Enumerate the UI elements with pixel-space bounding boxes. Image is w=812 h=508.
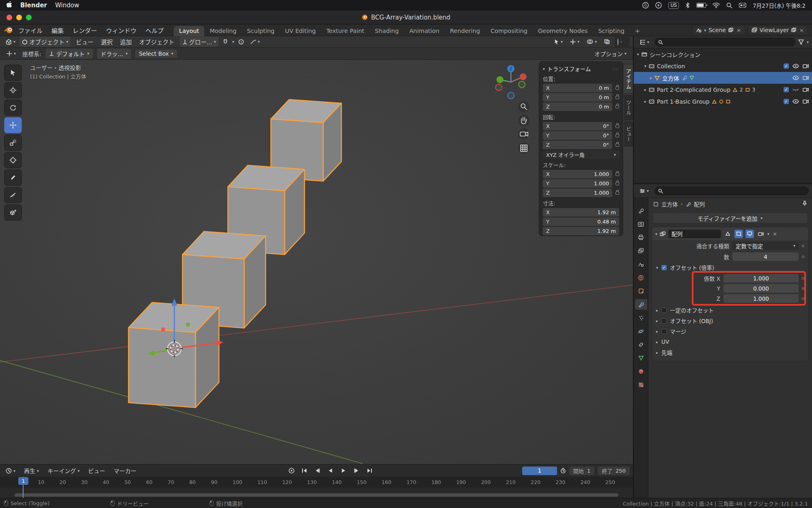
remove-viewlayer-button[interactable]: ×	[799, 27, 805, 33]
toggle-show-editmode[interactable]	[734, 230, 743, 238]
control-center-icon[interactable]	[739, 3, 746, 8]
tab-output[interactable]	[635, 232, 647, 243]
snap-dropdown[interactable]: ▾	[232, 39, 234, 44]
lock-icon[interactable]	[615, 125, 619, 128]
animate-dot[interactable]	[802, 245, 804, 247]
section-caps[interactable]: ▸ 先端	[652, 347, 808, 358]
delete-modifier-button[interactable]: ×	[772, 231, 778, 237]
lock-icon[interactable]	[615, 87, 619, 90]
outliner-row-part2[interactable]: ▸ Part 2-Complicated Group 2 3 ✓	[634, 84, 812, 96]
camera-icon[interactable]	[803, 99, 809, 104]
lock-icon[interactable]	[615, 182, 619, 185]
close-window-button[interactable]	[6, 15, 12, 20]
breadcrumb-object[interactable]: 立方体	[661, 200, 678, 208]
active-tool-dropdown[interactable]: ▾	[4, 50, 18, 57]
timeline-scrollbar[interactable]	[15, 493, 618, 497]
exclude-checkbox[interactable]: ✓	[784, 87, 789, 92]
tab-texture[interactable]	[635, 380, 647, 390]
tab-material[interactable]	[635, 366, 647, 377]
animate-dot[interactable]	[802, 277, 804, 280]
outliner-filter-dropdown[interactable]: ▾	[807, 40, 809, 44]
toggle-cage-edit[interactable]	[723, 230, 732, 238]
lock-icon[interactable]	[615, 191, 619, 195]
menubar-datetime[interactable]: 7月27日(水) 午後8:2	[753, 1, 806, 9]
tab-render[interactable]	[635, 219, 647, 229]
gizmo-x-arrow[interactable]	[216, 340, 223, 346]
shading-rendered-button[interactable]	[626, 41, 628, 43]
input-source-badge[interactable]: US	[668, 2, 679, 9]
pan-view-button[interactable]	[518, 115, 529, 126]
viewport-menu-item[interactable]: ビュー	[72, 37, 97, 47]
rotation-mode-dropdown[interactable]: XYZ オイラー角▾	[543, 150, 619, 159]
scale-x-field[interactable]: X1.000	[543, 170, 612, 178]
tab-view-layer[interactable]	[635, 245, 647, 256]
scale-z-field[interactable]: Z1.000	[543, 189, 612, 197]
gizmo-plane-handle-x[interactable]	[161, 328, 165, 332]
animate-dot[interactable]	[802, 287, 804, 290]
workspace-tab[interactable]: Layout	[174, 26, 204, 36]
axis-y-neg-ball[interactable]	[518, 81, 525, 88]
filter-icon[interactable]	[798, 39, 804, 45]
transform-orientation-dropdown[interactable]: グロー... ▾	[180, 37, 218, 47]
spotlight-icon[interactable]	[726, 2, 732, 9]
scene-selector[interactable]: ▾ Scene ×	[693, 26, 745, 35]
play-status-icon[interactable]	[655, 2, 662, 9]
fit-type-dropdown[interactable]: 定数で指定▾	[732, 241, 799, 250]
lock-icon[interactable]	[615, 96, 619, 99]
tab-constraints[interactable]	[635, 339, 647, 350]
merge-checkbox[interactable]	[661, 329, 667, 334]
camera-icon[interactable]	[803, 64, 809, 68]
tab-modifiers[interactable]	[635, 299, 647, 310]
keying-menu[interactable]: キーイング▾	[45, 466, 82, 475]
shading-wireframe-button[interactable]	[617, 38, 619, 46]
eye-icon[interactable]	[793, 64, 799, 68]
dimension-x-field[interactable]: X1.92 m	[543, 208, 619, 217]
blender-logo-icon[interactable]	[4, 26, 14, 34]
lock-icon[interactable]	[615, 143, 619, 147]
count-field[interactable]: 4	[732, 252, 799, 261]
timeline-editor-type-dropdown[interactable]: ▾	[3, 467, 18, 475]
tool-transform[interactable]	[4, 152, 22, 168]
tool-scale[interactable]	[4, 135, 22, 151]
tab-scene[interactable]	[635, 259, 647, 269]
breadcrumb-modifier[interactable]: 配列	[694, 200, 705, 208]
viewport-menu-item[interactable]: オブジェクト	[136, 37, 178, 47]
workspace-tab[interactable]: +	[630, 26, 645, 36]
topbar-menu-item[interactable]: レンダー	[68, 25, 102, 35]
axis-x-ball[interactable]	[520, 73, 527, 80]
rotation-x-field[interactable]: X0°	[543, 122, 612, 130]
object-offset-checkbox[interactable]	[661, 318, 667, 323]
tab-object-data[interactable]	[635, 353, 647, 363]
section-merge[interactable]: ▸ マージ	[652, 326, 808, 336]
workspace-tab[interactable]: Animation	[404, 26, 445, 36]
section-uv[interactable]: ▸ UV	[652, 336, 808, 347]
viewport-menu-item[interactable]: 選択	[97, 37, 117, 47]
outliner-row-part1[interactable]: ▸ Part 1-Basic Group ✓	[634, 96, 812, 107]
lock-icon[interactable]	[615, 173, 619, 176]
zoom-window-button[interactable]	[26, 15, 32, 20]
npanel-tab-item[interactable]: アイテム	[624, 64, 633, 94]
outliner-row-scene-collection[interactable]: ▾ シーンコレクション	[634, 48, 812, 60]
section-constant-offset[interactable]: ▸ 一定のオフセット	[652, 305, 808, 315]
outliner-editor-type-dropdown[interactable]: ▾	[637, 39, 652, 46]
viewport-menu-item[interactable]: 追加	[117, 37, 136, 47]
tool-move[interactable]	[4, 117, 22, 133]
editor-type-dropdown[interactable]: ▾	[3, 38, 18, 46]
properties-editor-type-dropdown[interactable]: ▾	[637, 187, 651, 195]
factor-x-field[interactable]: 1.000	[723, 274, 799, 282]
offset-relative-checkbox[interactable]: ✓	[661, 265, 667, 270]
mode-dropdown[interactable]: オブジェクト ▾	[19, 37, 71, 47]
selectability-dropdown[interactable]: ▾	[551, 38, 565, 46]
animate-dot[interactable]	[802, 297, 804, 300]
rotation-z-field[interactable]: Z0°	[543, 141, 612, 149]
transform-panel-header[interactable]: ▾ トランスフォーム ::::	[543, 65, 619, 73]
camera-icon[interactable]	[803, 76, 809, 80]
exclude-checkbox[interactable]: ✓	[784, 63, 789, 69]
modifier-extras-dropdown[interactable]: ▾	[767, 232, 769, 236]
animate-dot[interactable]	[802, 256, 804, 258]
proportional-falloff-dropdown[interactable]: ▾	[248, 39, 262, 45]
pin-icon[interactable]	[802, 201, 807, 207]
tab-particles[interactable]	[635, 313, 647, 323]
snap-toggle[interactable]	[220, 38, 231, 46]
topbar-menu-item[interactable]: ファイル	[14, 25, 47, 35]
